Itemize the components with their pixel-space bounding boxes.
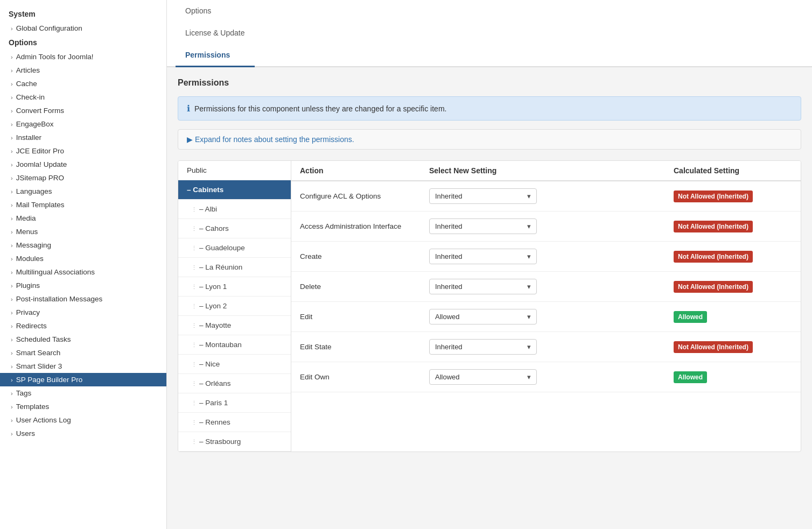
select-control-configure-acl[interactable]: Inherited ▾ bbox=[429, 188, 537, 204]
perm-select[interactable]: Allowed ▾ bbox=[429, 369, 674, 385]
sidebar-item-plugins[interactable]: ›Plugins bbox=[0, 279, 166, 292]
sidebar-item-joomla-update[interactable]: ›Joomla! Update bbox=[0, 158, 166, 171]
perm-select[interactable]: Inherited ▾ bbox=[429, 339, 674, 355]
sidebar-item-redirects[interactable]: ›Redirects bbox=[0, 319, 166, 333]
select-control-edit-own[interactable]: Allowed ▾ bbox=[429, 369, 537, 385]
sidebar-item-tags[interactable]: ›Tags bbox=[0, 386, 166, 400]
sidebar-item-installer[interactable]: ›Installer bbox=[0, 131, 166, 144]
select-control-access-admin[interactable]: Inherited ▾ bbox=[429, 218, 537, 234]
group-item-cabinets[interactable]: – Cabinets bbox=[178, 180, 291, 200]
sidebar-item-user-actions-log[interactable]: ›User Actions Log bbox=[0, 413, 166, 427]
chevron-icon: › bbox=[11, 81, 13, 87]
status-badge: Not Allowed (Inherited) bbox=[674, 191, 753, 202]
sidebar-item-users[interactable]: ›Users bbox=[0, 427, 166, 440]
group-item-guadeloupe[interactable]: ⋮– Guadeloupe bbox=[178, 238, 291, 258]
group-item-strasbourg[interactable]: ⋮– Strasbourg bbox=[178, 432, 291, 452]
group-item-lyon1[interactable]: ⋮– Lyon 1 bbox=[178, 277, 291, 297]
sidebar-item-convert-forms[interactable]: ›Convert Forms bbox=[0, 104, 166, 117]
perm-row-delete: Delete Inherited ▾ Not Allowed (Inherite… bbox=[291, 272, 801, 302]
select-value: Inherited bbox=[435, 192, 463, 200]
sidebar-item-languages[interactable]: ›Languages bbox=[0, 185, 166, 198]
sidebar-item-global-config[interactable]: › Global Configuration bbox=[0, 22, 166, 35]
group-item-orleans[interactable]: ⋮– Orléans bbox=[178, 374, 291, 393]
sidebar-item-label: Mail Templates bbox=[16, 201, 65, 209]
status-badge: Not Allowed (Inherited) bbox=[674, 281, 753, 293]
expand-notes[interactable]: ▶ Expand for notes about setting the per… bbox=[178, 129, 801, 150]
tabs-container: OptionsLicense & UpdatePermissions bbox=[176, 0, 255, 66]
sidebar-item-mail-templates[interactable]: ›Mail Templates bbox=[0, 198, 166, 211]
sidebar-item-messaging[interactable]: ›Messaging bbox=[0, 238, 166, 252]
sidebar-item-multilingual[interactable]: ›Multilingual Associations bbox=[0, 265, 166, 279]
sidebar-item-label: Joomla! Update bbox=[16, 160, 67, 168]
perm-row-access-admin: Access Administration Interface Inherite… bbox=[291, 211, 801, 242]
sidebar-item-label: Articles bbox=[16, 66, 40, 74]
tab-permissions[interactable]: Permissions bbox=[176, 44, 255, 67]
group-item-cahors[interactable]: ⋮– Cahors bbox=[178, 219, 291, 238]
group-item-nice[interactable]: ⋮– Nice bbox=[178, 355, 291, 374]
sidebar-item-admin-tools[interactable]: ›Admin Tools for Joomla! bbox=[0, 50, 166, 64]
sidebar-item-templates[interactable]: ›Templates bbox=[0, 400, 166, 413]
sidebar-item-modules[interactable]: ›Modules bbox=[0, 252, 166, 265]
perm-select[interactable]: Inherited ▾ bbox=[429, 279, 674, 294]
tab-options[interactable]: Options bbox=[176, 0, 255, 23]
tab-license-update[interactable]: License & Update bbox=[176, 22, 255, 45]
main-content: OptionsLicense & UpdatePermissions Permi… bbox=[167, 0, 812, 529]
sidebar-item-jsitemap-pro[interactable]: ›JSitemap PRO bbox=[0, 171, 166, 185]
sidebar-item-post-installation[interactable]: ›Post-installation Messages bbox=[0, 292, 166, 306]
group-item-mayotte[interactable]: ⋮– Mayotte bbox=[178, 316, 291, 335]
sidebar-item-smart-search[interactable]: ›Smart Search bbox=[0, 346, 166, 359]
perm-row-create: Create Inherited ▾ Not Allowed (Inherite… bbox=[291, 242, 801, 272]
group-item-public[interactable]: Public bbox=[178, 161, 291, 180]
sidebar-item-engagebox[interactable]: ›EngageBox bbox=[0, 117, 166, 131]
group-item-albi[interactable]: ⋮– Albi bbox=[178, 200, 291, 219]
group-item-lyon2[interactable]: ⋮– Lyon 2 bbox=[178, 297, 291, 316]
chevron-icon: › bbox=[11, 377, 13, 383]
select-control-create[interactable]: Inherited ▾ bbox=[429, 249, 537, 264]
perm-row-configure-acl: Configure ACL & Options Inherited ▾ Not … bbox=[291, 181, 801, 211]
select-control-delete[interactable]: Inherited ▾ bbox=[429, 279, 537, 294]
perm-calculated: Allowed bbox=[674, 311, 792, 323]
sidebar-item-label: Modules bbox=[16, 255, 44, 263]
sidebar-item-privacy[interactable]: ›Privacy bbox=[0, 306, 166, 319]
perm-rows: Configure ACL & Options Inherited ▾ Not … bbox=[291, 181, 801, 392]
chevron-down-icon: ▾ bbox=[527, 222, 531, 230]
group-item-montauban[interactable]: ⋮– Montauban bbox=[178, 335, 291, 355]
sidebar-item-sp-page-builder[interactable]: ›SP Page Builder Pro bbox=[0, 373, 166, 386]
group-item-rennes[interactable]: ⋮– Rennes bbox=[178, 413, 291, 432]
header-calculated-setting: Calculated Setting bbox=[674, 166, 792, 175]
sidebar-item-label: Users bbox=[16, 429, 35, 438]
select-control-edit-state[interactable]: Inherited ▾ bbox=[429, 339, 537, 355]
sidebar-item-media[interactable]: ›Media bbox=[0, 211, 166, 225]
chevron-icon: › bbox=[11, 148, 13, 154]
chevron-icon: › bbox=[11, 417, 13, 424]
sidebar-item-smart-slider[interactable]: ›Smart Slider 3 bbox=[0, 359, 166, 373]
sidebar-item-label: Menus bbox=[16, 228, 38, 236]
sidebar-item-label: Plugins bbox=[16, 281, 40, 290]
sidebar-item-menus[interactable]: ›Menus bbox=[0, 225, 166, 238]
chevron-icon: › bbox=[11, 242, 13, 249]
group-list: Public– Cabinets⋮– Albi⋮– Cahors⋮– Guade… bbox=[178, 161, 291, 452]
drag-handle-icon: ⋮ bbox=[191, 419, 197, 426]
sidebar-item-cache[interactable]: ›Cache bbox=[0, 77, 166, 90]
chevron-icon: › bbox=[11, 121, 13, 128]
sidebar-items: ›Admin Tools for Joomla!›Articles›Cache›… bbox=[0, 50, 166, 440]
drag-handle-icon: ⋮ bbox=[191, 361, 197, 368]
drag-handle-icon: ⋮ bbox=[191, 303, 197, 309]
group-item-la-reunion[interactable]: ⋮– La Réunion bbox=[178, 258, 291, 277]
drag-handle-icon: ⋮ bbox=[191, 380, 197, 387]
sidebar-item-jce-editor-pro[interactable]: ›JCE Editor Pro bbox=[0, 144, 166, 158]
perm-select[interactable]: Allowed ▾ bbox=[429, 309, 674, 325]
sidebar-item-label: User Actions Log bbox=[16, 416, 71, 424]
sidebar-item-check-in[interactable]: ›Check-in bbox=[0, 90, 166, 104]
perm-select[interactable]: Inherited ▾ bbox=[429, 188, 674, 204]
perm-select[interactable]: Inherited ▾ bbox=[429, 218, 674, 234]
select-control-edit[interactable]: Allowed ▾ bbox=[429, 309, 537, 325]
sidebar-item-articles[interactable]: ›Articles bbox=[0, 64, 166, 77]
perm-action-label: Edit bbox=[300, 313, 429, 321]
table-header: Action Select New Setting Calculated Set… bbox=[291, 161, 801, 181]
group-item-paris1[interactable]: ⋮– Paris 1 bbox=[178, 393, 291, 413]
select-value: Inherited bbox=[435, 283, 463, 291]
status-badge: Not Allowed (Inherited) bbox=[674, 341, 753, 353]
perm-select[interactable]: Inherited ▾ bbox=[429, 249, 674, 264]
sidebar-item-scheduled-tasks[interactable]: ›Scheduled Tasks bbox=[0, 333, 166, 346]
